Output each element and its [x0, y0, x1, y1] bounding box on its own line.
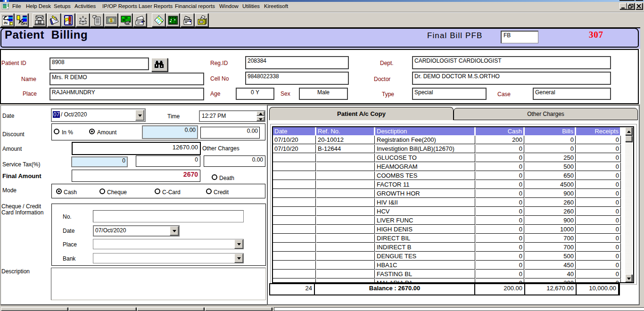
- svg-text:OFF: OFF: [21, 22, 27, 25]
- svg-text:$: $: [110, 17, 113, 23]
- svg-text:IN: IN: [4, 21, 8, 25]
